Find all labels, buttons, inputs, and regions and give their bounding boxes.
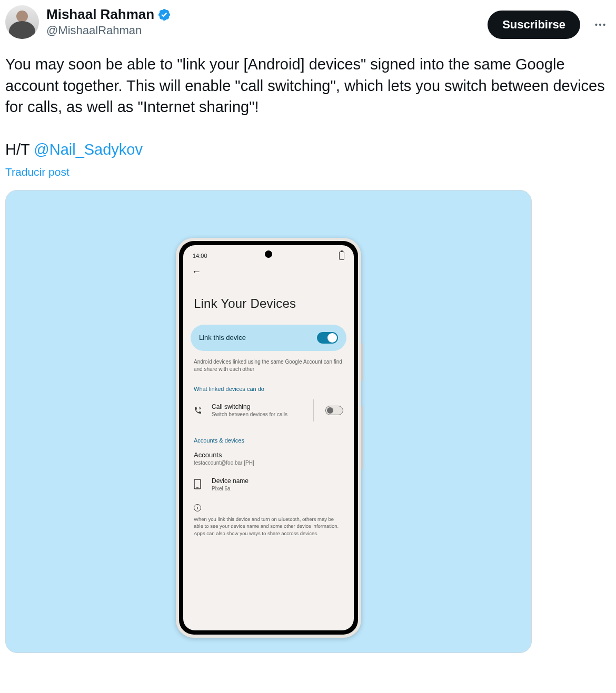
author-display-name[interactable]: Mishaal Rahman [46,6,154,23]
author-avatar[interactable] [5,5,39,39]
author-name-block: Mishaal Rahman @MishaalRahman [46,5,480,37]
phone-side-button [361,343,363,381]
device-icon [194,479,203,489]
call-switching-sub: Switch between devices for calls [212,411,302,417]
accounts-sub: testaccount@foo.bar [PH] [194,460,343,466]
phone-camera-notch [265,250,272,258]
accounts-title: Accounts [194,451,343,459]
phone-mockup: 14:00 ← Link Your Devices Link this devi… [176,238,361,638]
tweet-header: Mishaal Rahman @MishaalRahman Suscribirs… [5,5,611,39]
tweet-media[interactable]: 14:00 ← Link Your Devices Link this devi… [5,190,532,653]
info-text: When you link this device and turn on Bl… [183,511,354,537]
call-switching-title: Call switching [212,403,302,410]
battery-icon [339,252,344,260]
link-device-label: Link this device [199,334,246,342]
toggle-on-icon[interactable] [317,332,338,344]
row-divider [313,399,314,421]
svg-point-0 [595,24,597,26]
more-button[interactable] [590,14,611,35]
accounts-row[interactable]: Accounts testaccount@foo.bar [PH] [183,448,354,469]
svg-point-1 [599,24,601,26]
device-name-row[interactable]: Device name Pixel 6a [183,474,354,495]
mention-link[interactable]: @Nail_Sadykov [34,141,143,158]
tweet-body-text: You may soon be able to "link your [Andr… [5,56,605,115]
more-icon [593,18,607,32]
back-icon[interactable]: ← [192,266,201,277]
device-name-title: Device name [212,477,343,485]
call-switching-row[interactable]: Call switching Switch between devices fo… [183,396,354,425]
status-time: 14:00 [193,253,207,259]
subscribe-button[interactable]: Suscribirse [488,11,580,39]
phone-icon [194,406,203,415]
phone-side-button [361,406,363,469]
translate-post-link[interactable]: Traducir post [5,166,611,178]
toggle-off-icon[interactable] [325,406,343,415]
tweet-text: You may soon be able to "link your [Andr… [5,54,611,160]
section-header-accounts: Accounts & devices [183,425,354,448]
verified-icon [157,8,171,22]
link-device-toggle-card[interactable]: Link this device [191,325,346,351]
author-handle[interactable]: @MishaalRahman [46,24,480,37]
svg-point-2 [603,24,605,26]
section-header-capabilities: What linked devices can do [183,373,354,396]
device-name-sub: Pixel 6a [212,486,343,491]
link-device-description: Android devices linked using the same Go… [183,351,354,373]
info-icon: i [194,504,201,511]
phone-page-title: Link Your Devices [183,277,354,325]
tweet-ht-prefix: H/T [5,141,34,158]
